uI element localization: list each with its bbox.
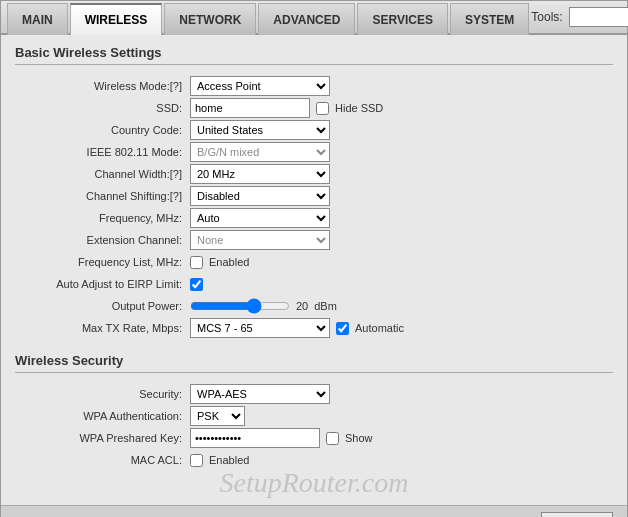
tab-network[interactable]: NETWORK: [164, 3, 256, 35]
wpa-auth-value: PSK: [190, 405, 613, 427]
wireless-mode-select[interactable]: Access Point: [190, 76, 330, 96]
table-row: IEEE 802.11 Mode: B/G/N mixed: [15, 141, 613, 163]
mac-acl-checkbox[interactable]: [190, 454, 203, 467]
output-power-value: 20 dBm: [190, 295, 613, 317]
table-row: WPA Preshared Key: Show: [15, 427, 613, 449]
country-code-label: Country Code:: [15, 119, 190, 141]
table-row: Country Code: United States: [15, 119, 613, 141]
wireless-mode-label: Wireless Mode:[?]: [15, 75, 190, 97]
security-value: WPA-AES: [190, 383, 613, 405]
top-nav: MAIN WIRELESS NETWORK ADVANCED SERVICES …: [1, 1, 627, 35]
channel-shifting-value: Disabled: [190, 185, 613, 207]
basic-section-title: Basic Wireless Settings: [15, 45, 613, 65]
main-frame: MAIN WIRELESS NETWORK ADVANCED SERVICES …: [0, 0, 628, 517]
tab-wireless[interactable]: WIRELESS: [70, 3, 163, 35]
freq-list-value: Enabled: [190, 251, 613, 273]
change-button[interactable]: Change: [541, 512, 613, 517]
extension-channel-label: Extension Channel:: [15, 229, 190, 251]
tools-label: Tools:: [531, 10, 562, 24]
wpa-key-value: Show: [190, 427, 613, 449]
table-row: Extension Channel: None: [15, 229, 613, 251]
table-row: Wireless Mode:[?] Access Point: [15, 75, 613, 97]
table-row: Channel Width:[?] 20 MHz: [15, 163, 613, 185]
wpa-key-input[interactable]: [190, 428, 320, 448]
ssd-label: SSD:: [15, 97, 190, 119]
table-row: WPA Authentication: PSK: [15, 405, 613, 427]
watermark: SetupRouter.com: [15, 467, 613, 499]
output-power-number: 20: [296, 300, 308, 312]
ieee-mode-label: IEEE 802.11 Mode:: [15, 141, 190, 163]
basic-settings-table: Wireless Mode:[?] Access Point SSD:: [15, 75, 613, 339]
max-tx-select[interactable]: MCS 7 - 65: [190, 318, 330, 338]
channel-width-value: 20 MHz: [190, 163, 613, 185]
content-area: Basic Wireless Settings Wireless Mode:[?…: [1, 35, 627, 505]
channel-width-label: Channel Width:[?]: [15, 163, 190, 185]
security-label: Security:: [15, 383, 190, 405]
eirp-checkbox[interactable]: [190, 278, 203, 291]
table-row: SSD: Hide SSD: [15, 97, 613, 119]
dbm-unit: dBm: [314, 300, 337, 312]
country-code-select[interactable]: United States: [190, 120, 330, 140]
automatic-checkbox[interactable]: [336, 322, 349, 335]
mac-acl-value: Enabled: [190, 449, 613, 471]
channel-shifting-select[interactable]: Disabled: [190, 186, 330, 206]
automatic-label: Automatic: [355, 322, 404, 334]
freq-list-label: Frequency List, MHz:: [15, 251, 190, 273]
eirp-label: Auto Adjust to EIRP Limit:: [15, 273, 190, 295]
ssd-value: Hide SSD: [190, 97, 613, 119]
table-row: Output Power: 20 dBm: [15, 295, 613, 317]
table-row: Security: WPA-AES: [15, 383, 613, 405]
max-tx-label: Max TX Rate, Mbps:: [15, 317, 190, 339]
freq-list-checkbox[interactable]: [190, 256, 203, 269]
tab-main[interactable]: MAIN: [7, 3, 68, 35]
show-key-checkbox[interactable]: [326, 432, 339, 445]
frequency-label: Frequency, MHz:: [15, 207, 190, 229]
ieee-mode-select[interactable]: B/G/N mixed: [190, 142, 330, 162]
channel-width-select[interactable]: 20 MHz: [190, 164, 330, 184]
security-settings-table: Security: WPA-AES WPA Authentication: PS…: [15, 383, 613, 471]
output-power-slider[interactable]: [190, 298, 290, 314]
table-row: Frequency List, MHz: Enabled: [15, 251, 613, 273]
hide-ssd-checkbox[interactable]: [316, 102, 329, 115]
max-tx-value: MCS 7 - 65 Automatic: [190, 317, 613, 339]
wireless-mode-value: Access Point: [190, 75, 613, 97]
security-section-title: Wireless Security: [15, 353, 613, 373]
show-key-label: Show: [345, 432, 373, 444]
bottom-bar: Change: [1, 505, 627, 517]
extension-channel-value: None: [190, 229, 613, 251]
tab-services[interactable]: SERVICES: [357, 3, 447, 35]
ssd-input[interactable]: [190, 98, 310, 118]
mac-acl-label: MAC ACL:: [15, 449, 190, 471]
wpa-auth-label: WPA Authentication:: [15, 405, 190, 427]
table-row: Channel Shifting:[?] Disabled: [15, 185, 613, 207]
frequency-select[interactable]: Auto: [190, 208, 330, 228]
country-code-value: United States: [190, 119, 613, 141]
channel-shifting-label: Channel Shifting:[?]: [15, 185, 190, 207]
nav-right: Tools: Logout: [531, 1, 628, 33]
extension-channel-select[interactable]: None: [190, 230, 330, 250]
ieee-mode-value: B/G/N mixed: [190, 141, 613, 163]
wpa-key-label: WPA Preshared Key:: [15, 427, 190, 449]
tools-select[interactable]: [569, 7, 628, 27]
wpa-auth-select[interactable]: PSK: [190, 406, 245, 426]
table-row: Max TX Rate, Mbps: MCS 7 - 65 Automatic: [15, 317, 613, 339]
output-power-label: Output Power:: [15, 295, 190, 317]
table-row: Auto Adjust to EIRP Limit:: [15, 273, 613, 295]
tab-advanced[interactable]: ADVANCED: [258, 3, 355, 35]
table-row: MAC ACL: Enabled: [15, 449, 613, 471]
security-select[interactable]: WPA-AES: [190, 384, 330, 404]
mac-acl-enabled-label: Enabled: [209, 454, 249, 466]
table-row: Frequency, MHz: Auto: [15, 207, 613, 229]
frequency-value: Auto: [190, 207, 613, 229]
eirp-value: [190, 273, 613, 295]
freq-list-enabled-label: Enabled: [209, 256, 249, 268]
hide-ssd-label: Hide SSD: [335, 102, 383, 114]
tab-system[interactable]: SYSTEM: [450, 3, 529, 35]
